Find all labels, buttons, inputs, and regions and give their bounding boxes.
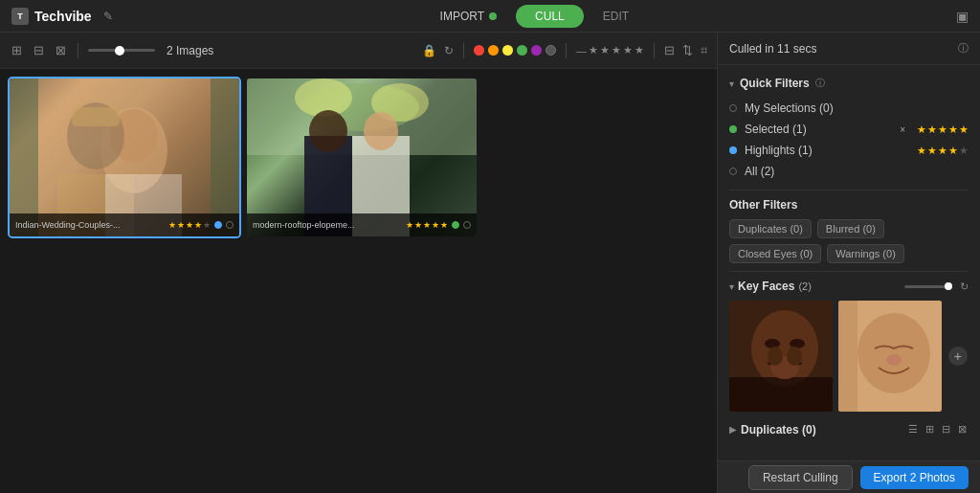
- toolbar-divider-4: [654, 43, 655, 58]
- filter-tag-duplicates[interactable]: Duplicates (0): [729, 219, 812, 238]
- quick-filters-collapse[interactable]: ▾: [729, 78, 734, 89]
- image-card-1[interactable]: Indian-Wedding-Couples-... ★ ★ ★ ★ ★: [10, 78, 239, 236]
- image-card-2[interactable]: modern-rooftop-elopeme... ★ ★ ★ ★ ★: [247, 78, 477, 236]
- color-dot-red[interactable]: [474, 45, 484, 56]
- filter-all[interactable]: All (2): [729, 161, 969, 182]
- face2-svg: [838, 301, 942, 412]
- filter-highlights[interactable]: Highlights (1) ★ ★ ★ ★ ★: [729, 140, 969, 161]
- compare-icon[interactable]: ⊠: [54, 41, 68, 59]
- dup-icon-options[interactable]: ⊠: [956, 421, 969, 437]
- face-thumb-1[interactable]: [729, 301, 833, 412]
- color-dot-yellow[interactable]: [502, 45, 513, 56]
- color-dot-none[interactable]: [546, 45, 556, 56]
- image-grid: Indian-Wedding-Couples-... ★ ★ ★ ★ ★: [0, 69, 717, 493]
- face-add-area: +: [947, 301, 969, 412]
- right-content: ▾ Quick Filters ⓘ My Selections (0) Sele…: [718, 65, 980, 460]
- left-panel: ⊞ ⊟ ⊠ 2 Images 🔒 ↻ — ★: [0, 33, 717, 493]
- dup-icon-grid[interactable]: ⊞: [924, 421, 936, 437]
- top-nav: T Techvibe ✎ IMPORT CULL EDIT ▣: [0, 0, 980, 33]
- star2: ★: [414, 220, 422, 230]
- star1: ★: [406, 220, 413, 230]
- filter-tag-blurred[interactable]: Blurred (0): [817, 219, 884, 238]
- filter-star-2[interactable]: ★: [600, 44, 610, 56]
- edit-brand-icon[interactable]: ✎: [103, 10, 113, 23]
- export-photos-button[interactable]: Export 2 Photos: [860, 466, 969, 489]
- key-faces-count: (2): [798, 280, 811, 292]
- filter-icon[interactable]: ⊟: [664, 43, 675, 57]
- dup-icon-list[interactable]: ☰: [906, 421, 920, 437]
- selected-label: Selected (1): [745, 123, 892, 136]
- duplicates-section: ▶ Duplicates (0) ☰ ⊞ ⊟ ⊠: [729, 421, 969, 437]
- image-count: 2 Images: [167, 44, 213, 57]
- star5: ★: [440, 220, 448, 230]
- zoom-slider-thumb[interactable]: [115, 46, 124, 56]
- filter-tag-closed-eyes[interactable]: Closed Eyes (0): [729, 244, 821, 263]
- face-slider[interactable]: [904, 285, 952, 288]
- image-circle-2: [463, 221, 471, 229]
- filter-selected[interactable]: Selected (1) × ★ ★ ★ ★ ★: [729, 119, 969, 140]
- nav-tabs: IMPORT CULL EDIT: [421, 5, 648, 28]
- dash-icon[interactable]: —: [576, 45, 587, 56]
- panel-toggle-icon[interactable]: ▣: [956, 9, 969, 24]
- other-filters-title: Other Filters: [729, 198, 969, 212]
- face-thumb-2[interactable]: [838, 301, 942, 412]
- culled-status: Culled in 11 secs: [729, 42, 816, 56]
- color-dot-green[interactable]: [517, 45, 527, 56]
- toolbar-divider-1: [78, 43, 78, 58]
- color-dot-orange[interactable]: [488, 45, 499, 56]
- divider-1: [729, 190, 969, 190]
- image-footer-1: Indian-Wedding-Couples-... ★ ★ ★ ★ ★: [10, 213, 239, 236]
- filter-star-1[interactable]: ★: [589, 44, 598, 56]
- single-view-icon[interactable]: ⊟: [32, 41, 46, 59]
- my-selections-label: My Selections (0): [745, 101, 969, 115]
- star3: ★: [186, 220, 193, 230]
- grid-icon[interactable]: ⊞: [10, 41, 24, 59]
- face-slider-thumb[interactable]: [945, 282, 952, 290]
- all-label: All (2): [745, 165, 969, 178]
- refresh-icon[interactable]: ↻: [444, 44, 454, 57]
- tab-import[interactable]: IMPORT: [421, 5, 516, 28]
- key-faces-header: ▾ Key Faces (2) ↻: [729, 280, 969, 293]
- tab-edit[interactable]: EDIT: [584, 5, 648, 28]
- star5: ★: [203, 220, 211, 230]
- image-stars-1: ★ ★ ★ ★ ★: [168, 220, 211, 230]
- face-refresh-icon[interactable]: ↻: [960, 280, 969, 293]
- main-layout: ⊞ ⊟ ⊠ 2 Images 🔒 ↻ — ★: [0, 33, 980, 493]
- my-selections-dot: [729, 104, 737, 112]
- svg-point-19: [790, 339, 805, 348]
- filter-my-selections[interactable]: My Selections (0): [729, 98, 969, 119]
- svg-rect-20: [729, 377, 833, 412]
- star3: ★: [423, 220, 431, 230]
- right-panel: Culled in 11 secs ⓘ ▾ Quick Filters ⓘ My…: [717, 33, 980, 493]
- highlights-stars: ★ ★ ★ ★ ★: [917, 145, 969, 157]
- filter-star-4[interactable]: ★: [623, 44, 633, 56]
- options-icon[interactable]: ⌗: [701, 43, 707, 58]
- svg-point-25: [858, 313, 930, 393]
- image-circle-1: [226, 221, 234, 229]
- quick-filters-info[interactable]: ⓘ: [815, 77, 825, 90]
- lock-icon[interactable]: 🔒: [422, 44, 436, 57]
- restart-culling-button[interactable]: Restart Culling: [748, 465, 853, 490]
- duplicates-collapse[interactable]: ▶: [729, 424, 737, 435]
- filter-tag-warnings[interactable]: Warnings (0): [827, 244, 904, 263]
- tab-cull[interactable]: CULL: [516, 5, 584, 28]
- toolbar-divider-3: [566, 43, 567, 58]
- svg-point-15: [364, 112, 398, 150]
- zoom-slider[interactable]: [88, 49, 155, 52]
- key-faces-collapse[interactable]: ▾: [729, 281, 734, 292]
- info-icon[interactable]: ⓘ: [958, 41, 969, 56]
- filter-star-5[interactable]: ★: [635, 44, 644, 56]
- svg-point-13: [309, 110, 347, 152]
- selected-x[interactable]: ×: [900, 124, 905, 135]
- face-add-button[interactable]: +: [948, 347, 968, 366]
- right-header: Culled in 11 secs ⓘ: [718, 33, 980, 65]
- quick-filters-header: ▾ Quick Filters ⓘ: [729, 77, 969, 90]
- svg-point-26: [886, 354, 902, 366]
- color-dot-purple[interactable]: [531, 45, 542, 56]
- image-indicator-2: [452, 221, 459, 229]
- sort-icon[interactable]: ⇅: [682, 43, 693, 57]
- dup-icon-detail[interactable]: ⊟: [940, 421, 952, 437]
- filter-star-3[interactable]: ★: [612, 44, 621, 56]
- highlights-dot: [729, 146, 737, 154]
- image-indicator-1: [214, 221, 222, 229]
